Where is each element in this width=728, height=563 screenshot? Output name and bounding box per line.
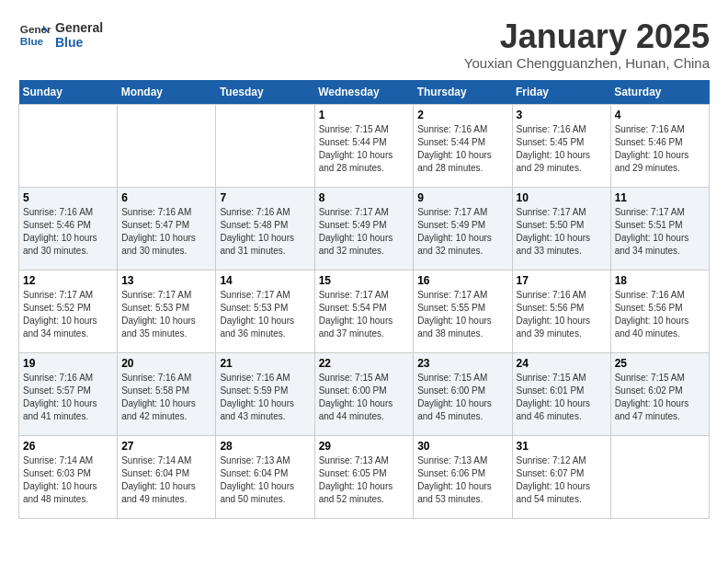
calendar-cell: 30Sunrise: 7:13 AM Sunset: 6:06 PM Dayli…	[414, 435, 512, 518]
calendar-cell: 14Sunrise: 7:17 AM Sunset: 5:53 PM Dayli…	[216, 270, 314, 352]
day-info: Sunrise: 7:16 AM Sunset: 5:44 PM Dayligh…	[417, 123, 507, 175]
day-info: Sunrise: 7:16 AM Sunset: 5:47 PM Dayligh…	[121, 206, 211, 258]
day-number: 14	[220, 274, 310, 287]
day-info: Sunrise: 7:16 AM Sunset: 5:56 PM Dayligh…	[615, 289, 705, 340]
day-number: 4	[615, 109, 705, 121]
page-header: General Blue General Blue January 2025 Y…	[18, 18, 710, 71]
logo: General Blue General Blue	[18, 18, 103, 52]
calendar-cell: 25Sunrise: 7:15 AM Sunset: 6:02 PM Dayli…	[610, 352, 709, 435]
calendar-header-row: SundayMondayTuesdayWednesdayThursdayFrid…	[19, 80, 710, 105]
day-info: Sunrise: 7:16 AM Sunset: 5:58 PM Dayligh…	[121, 372, 211, 423]
calendar-cell: 18Sunrise: 7:16 AM Sunset: 5:56 PM Dayli…	[610, 270, 709, 352]
day-number: 15	[319, 274, 410, 287]
day-info: Sunrise: 7:14 AM Sunset: 6:04 PM Dayligh…	[121, 454, 211, 506]
calendar-cell: 3Sunrise: 7:16 AM Sunset: 5:45 PM Daylig…	[512, 104, 610, 187]
day-number: 28	[220, 440, 310, 453]
day-number: 5	[23, 191, 113, 204]
calendar-cell: 10Sunrise: 7:17 AM Sunset: 5:50 PM Dayli…	[512, 187, 610, 270]
calendar-week-row: 19Sunrise: 7:16 AM Sunset: 5:57 PM Dayli…	[19, 352, 710, 435]
calendar-cell: 23Sunrise: 7:15 AM Sunset: 6:00 PM Dayli…	[414, 352, 512, 435]
calendar-cell: 2Sunrise: 7:16 AM Sunset: 5:44 PM Daylig…	[414, 104, 512, 187]
day-info: Sunrise: 7:13 AM Sunset: 6:04 PM Dayligh…	[220, 454, 310, 506]
logo-line1: General	[55, 20, 103, 35]
day-number: 20	[121, 357, 211, 370]
day-number: 13	[121, 274, 211, 287]
calendar-cell: 12Sunrise: 7:17 AM Sunset: 5:52 PM Dayli…	[19, 270, 118, 352]
day-number: 27	[121, 440, 211, 453]
calendar-cell: 26Sunrise: 7:14 AM Sunset: 6:03 PM Dayli…	[19, 435, 118, 518]
calendar-cell: 4Sunrise: 7:16 AM Sunset: 5:46 PM Daylig…	[610, 104, 709, 187]
day-info: Sunrise: 7:16 AM Sunset: 5:57 PM Dayligh…	[23, 372, 113, 423]
day-number: 24	[517, 357, 607, 370]
day-number: 11	[615, 191, 705, 204]
calendar-cell	[19, 104, 118, 187]
day-info: Sunrise: 7:17 AM Sunset: 5:51 PM Dayligh…	[615, 206, 705, 258]
day-number: 29	[319, 440, 410, 453]
day-info: Sunrise: 7:17 AM Sunset: 5:49 PM Dayligh…	[319, 206, 410, 258]
day-info: Sunrise: 7:15 AM Sunset: 6:00 PM Dayligh…	[319, 372, 410, 423]
col-header-tuesday: Tuesday	[216, 80, 314, 105]
col-header-thursday: Thursday	[414, 80, 512, 105]
calendar-cell: 22Sunrise: 7:15 AM Sunset: 6:00 PM Dayli…	[314, 352, 414, 435]
day-number: 25	[615, 357, 705, 370]
calendar-cell: 8Sunrise: 7:17 AM Sunset: 5:49 PM Daylig…	[314, 187, 414, 270]
day-info: Sunrise: 7:16 AM Sunset: 5:45 PM Dayligh…	[517, 123, 607, 175]
day-number: 17	[517, 274, 607, 287]
day-number: 1	[319, 109, 410, 121]
day-info: Sunrise: 7:16 AM Sunset: 5:46 PM Dayligh…	[23, 206, 113, 258]
day-info: Sunrise: 7:15 AM Sunset: 6:01 PM Dayligh…	[517, 372, 607, 423]
calendar-cell: 7Sunrise: 7:16 AM Sunset: 5:48 PM Daylig…	[216, 187, 314, 270]
day-number: 10	[517, 191, 607, 204]
day-info: Sunrise: 7:17 AM Sunset: 5:55 PM Dayligh…	[417, 289, 507, 340]
day-number: 8	[319, 191, 410, 204]
calendar-cell: 24Sunrise: 7:15 AM Sunset: 6:01 PM Dayli…	[512, 352, 610, 435]
day-info: Sunrise: 7:17 AM Sunset: 5:50 PM Dayligh…	[517, 206, 607, 258]
day-number: 2	[417, 109, 507, 121]
col-header-friday: Friday	[512, 80, 610, 105]
calendar-cell: 9Sunrise: 7:17 AM Sunset: 5:49 PM Daylig…	[414, 187, 512, 270]
logo-line2: Blue	[55, 35, 103, 50]
day-number: 18	[615, 274, 705, 287]
day-info: Sunrise: 7:17 AM Sunset: 5:49 PM Dayligh…	[417, 206, 507, 258]
title-section: January 2025 Youxian Chengguanzhen, Huna…	[464, 18, 710, 71]
calendar-cell: 28Sunrise: 7:13 AM Sunset: 6:04 PM Dayli…	[216, 435, 314, 518]
calendar-week-row: 26Sunrise: 7:14 AM Sunset: 6:03 PM Dayli…	[19, 435, 710, 518]
calendar-cell: 1Sunrise: 7:15 AM Sunset: 5:44 PM Daylig…	[314, 104, 414, 187]
col-header-wednesday: Wednesday	[314, 80, 414, 105]
calendar-cell: 19Sunrise: 7:16 AM Sunset: 5:57 PM Dayli…	[19, 352, 118, 435]
day-info: Sunrise: 7:17 AM Sunset: 5:54 PM Dayligh…	[319, 289, 410, 340]
day-info: Sunrise: 7:17 AM Sunset: 5:53 PM Dayligh…	[220, 289, 310, 340]
month-title: January 2025	[464, 18, 710, 55]
day-info: Sunrise: 7:17 AM Sunset: 5:53 PM Dayligh…	[121, 289, 211, 340]
day-number: 9	[417, 191, 507, 204]
day-info: Sunrise: 7:16 AM Sunset: 5:46 PM Dayligh…	[615, 123, 705, 175]
day-number: 16	[417, 274, 507, 287]
calendar-cell: 29Sunrise: 7:13 AM Sunset: 6:05 PM Dayli…	[314, 435, 414, 518]
day-number: 19	[23, 357, 113, 370]
day-number: 12	[23, 274, 113, 287]
calendar-cell: 16Sunrise: 7:17 AM Sunset: 5:55 PM Dayli…	[414, 270, 512, 352]
day-number: 7	[220, 191, 310, 204]
day-number: 26	[23, 440, 113, 453]
col-header-saturday: Saturday	[610, 80, 709, 105]
location: Youxian Chengguanzhen, Hunan, China	[464, 55, 710, 71]
svg-text:General: General	[20, 23, 51, 35]
calendar-week-row: 5Sunrise: 7:16 AM Sunset: 5:46 PM Daylig…	[19, 187, 710, 270]
day-info: Sunrise: 7:17 AM Sunset: 5:52 PM Dayligh…	[23, 289, 113, 340]
day-info: Sunrise: 7:12 AM Sunset: 6:07 PM Dayligh…	[517, 454, 607, 506]
calendar-cell: 11Sunrise: 7:17 AM Sunset: 5:51 PM Dayli…	[610, 187, 709, 270]
calendar-week-row: 1Sunrise: 7:15 AM Sunset: 5:44 PM Daylig…	[19, 104, 710, 187]
calendar-cell: 21Sunrise: 7:16 AM Sunset: 5:59 PM Dayli…	[216, 352, 314, 435]
calendar-cell: 31Sunrise: 7:12 AM Sunset: 6:07 PM Dayli…	[512, 435, 610, 518]
col-header-monday: Monday	[118, 80, 216, 105]
day-info: Sunrise: 7:16 AM Sunset: 5:56 PM Dayligh…	[517, 289, 607, 340]
calendar-cell: 17Sunrise: 7:16 AM Sunset: 5:56 PM Dayli…	[512, 270, 610, 352]
day-number: 21	[220, 357, 310, 370]
calendar-cell: 13Sunrise: 7:17 AM Sunset: 5:53 PM Dayli…	[118, 270, 216, 352]
day-number: 6	[121, 191, 211, 204]
day-info: Sunrise: 7:16 AM Sunset: 5:48 PM Dayligh…	[220, 206, 310, 258]
col-header-sunday: Sunday	[19, 80, 118, 105]
day-info: Sunrise: 7:16 AM Sunset: 5:59 PM Dayligh…	[220, 372, 310, 423]
calendar-cell: 15Sunrise: 7:17 AM Sunset: 5:54 PM Dayli…	[314, 270, 414, 352]
calendar-cell	[118, 104, 216, 187]
